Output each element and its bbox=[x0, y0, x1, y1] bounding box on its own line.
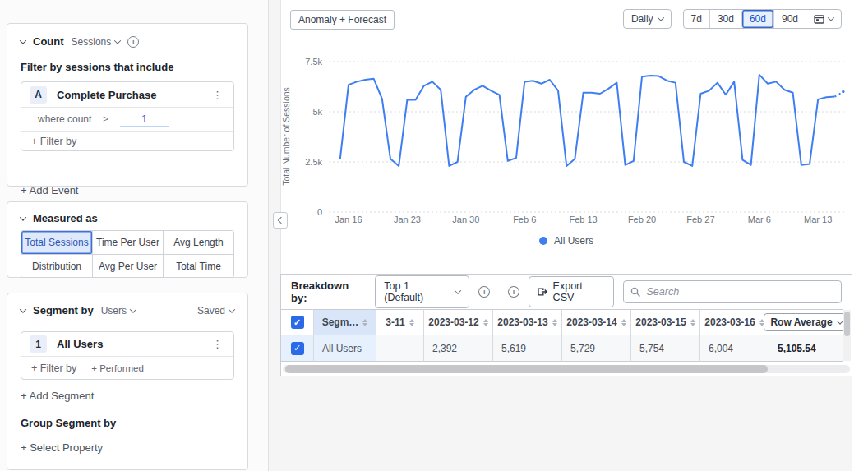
measured-as-option[interactable]: Distribution bbox=[21, 254, 92, 277]
measured-as-option[interactable]: Avg Per User bbox=[92, 254, 163, 277]
search-box bbox=[623, 280, 843, 303]
info-icon[interactable]: i bbox=[127, 36, 139, 48]
table-header-cell[interactable]: Segm… bbox=[314, 309, 376, 335]
breakdown-by-label: Breakdown by: bbox=[291, 279, 366, 304]
add-event-link[interactable]: + Add Event bbox=[21, 184, 78, 196]
measured-as-options: Total SessionsTime Per UserAvg LengthDis… bbox=[21, 230, 234, 278]
chevron-down-icon bbox=[130, 306, 136, 312]
event-condition-row: where count ≥ 1 bbox=[21, 108, 233, 132]
sort-icon[interactable] bbox=[621, 319, 626, 326]
kebab-menu-icon[interactable]: ⋮ bbox=[210, 89, 225, 101]
granularity-dropdown[interactable]: Daily bbox=[623, 9, 672, 29]
breakdown-toolbar: Breakdown by: Top 1 (Default) i i Export… bbox=[281, 275, 852, 309]
count-card: Count Sessions i Filter by sessions that… bbox=[7, 23, 248, 187]
breakdown-panel: Breakdown by: Top 1 (Default) i i Export… bbox=[280, 274, 852, 376]
collapse-measured-icon[interactable] bbox=[20, 214, 26, 220]
collapse-segment-icon[interactable] bbox=[20, 306, 26, 312]
info-icon[interactable]: i bbox=[508, 286, 519, 298]
main-area: Anomaly + Forecast Daily 7d30d60d90d 02.… bbox=[269, 0, 868, 471]
table-header-cell[interactable]: 2023-03-14 bbox=[562, 309, 631, 335]
breakdown-table: ✓Segm…3-112023-03-122023-03-132023-03-14… bbox=[281, 309, 843, 362]
range-60d-button[interactable]: 60d bbox=[741, 10, 773, 28]
users-dropdown[interactable]: Users bbox=[101, 305, 136, 316]
row-average-dropdown[interactable]: Row Average bbox=[764, 313, 848, 331]
sort-icon[interactable] bbox=[690, 319, 695, 326]
table-cell: 5,754 bbox=[631, 335, 700, 362]
left-sidebar: Count Sessions i Filter by sessions that… bbox=[0, 0, 269, 471]
y-tick-label: 0 bbox=[317, 207, 322, 217]
table-header-cell[interactable]: 2023-03-12 bbox=[424, 309, 493, 335]
measured-as-option[interactable]: Total Time bbox=[163, 254, 233, 277]
segment-badge: 1 bbox=[30, 335, 47, 353]
x-tick-label: Jan 23 bbox=[394, 215, 421, 224]
table-header-cell[interactable]: 2023-03-16 bbox=[700, 309, 769, 335]
background-fill bbox=[280, 376, 852, 471]
calendar-dropdown-button[interactable] bbox=[806, 10, 841, 28]
operator-label[interactable]: ≥ bbox=[103, 113, 108, 125]
range-7d-button[interactable]: 7d bbox=[684, 10, 709, 28]
chart-legend[interactable]: All Users bbox=[281, 235, 852, 247]
sort-icon[interactable] bbox=[409, 319, 414, 326]
measured-as-option[interactable]: Time Per User bbox=[92, 231, 163, 254]
segment-row[interactable]: 1 All Users ⋮ bbox=[21, 332, 233, 357]
collapse-panel-button[interactable] bbox=[273, 212, 288, 229]
measured-as-title: Measured as bbox=[33, 212, 98, 224]
vertical-scrollbar-thumb[interactable] bbox=[844, 312, 850, 336]
segment-by-card: Segment by Users Saved 1 All Users ⋮ + F… bbox=[7, 293, 248, 470]
info-icon[interactable]: i bbox=[478, 286, 490, 298]
calendar-icon bbox=[814, 14, 824, 24]
search-input[interactable] bbox=[623, 280, 843, 303]
event-row[interactable]: A Complete Purchase ⋮ bbox=[21, 82, 233, 108]
segment-name: All Users bbox=[57, 338, 200, 350]
export-csv-button[interactable]: Export CSV bbox=[529, 276, 614, 307]
chevron-down-icon bbox=[836, 317, 843, 324]
table-header-cell[interactable]: 3-11 bbox=[376, 309, 424, 335]
users-dropdown-label: Users bbox=[101, 305, 127, 316]
legend-dot-icon bbox=[539, 237, 547, 245]
measured-as-option[interactable]: Total Sessions bbox=[21, 231, 92, 254]
segment-filter-by-link[interactable]: + Filter by bbox=[31, 362, 76, 374]
breakdown-dropdown[interactable]: Top 1 (Default) bbox=[375, 275, 469, 308]
range-30d-button[interactable]: 30d bbox=[709, 10, 741, 28]
forecast-series-line[interactable] bbox=[835, 92, 843, 97]
x-tick-label: Jan 30 bbox=[452, 215, 479, 224]
sessions-dropdown[interactable]: Sessions bbox=[72, 36, 121, 48]
sort-icon[interactable] bbox=[483, 319, 488, 326]
select-property-link[interactable]: + Select Property bbox=[21, 441, 103, 454]
chevron-down-icon bbox=[828, 14, 834, 21]
sessions-line-chart[interactable]: 02.5k5k7.5kTotal Number of SessionsJan 1… bbox=[281, 41, 853, 235]
segment-name-cell[interactable]: All Users bbox=[314, 335, 376, 362]
sessions-series-line[interactable] bbox=[340, 75, 835, 166]
row-checkbox[interactable]: ✓ bbox=[291, 316, 304, 329]
add-segment-link[interactable]: + Add Segment bbox=[21, 390, 94, 402]
filter-sessions-label: Filter by sessions that include bbox=[7, 48, 247, 73]
anomaly-forecast-button[interactable]: Anomaly + Forecast bbox=[290, 10, 395, 30]
granularity-label: Daily bbox=[631, 13, 653, 25]
chevron-left-icon bbox=[278, 217, 284, 224]
segment-performed-link[interactable]: + Performed bbox=[91, 363, 144, 373]
table-header-cell[interactable]: 2023-03-15 bbox=[631, 309, 700, 335]
saved-dropdown[interactable]: Saved bbox=[197, 305, 234, 316]
event-badge: A bbox=[30, 86, 47, 104]
where-count-label: where count bbox=[38, 113, 91, 125]
event-name: Complete Purchase bbox=[57, 89, 200, 101]
count-title: Count bbox=[33, 35, 64, 48]
table-header-cell[interactable]: 2023-03-13 bbox=[493, 309, 562, 335]
breakdown-dropdown-value: Top 1 (Default) bbox=[384, 280, 450, 303]
range-90d-button[interactable]: 90d bbox=[773, 10, 806, 28]
horizontal-scrollbar-thumb[interactable] bbox=[285, 365, 768, 373]
sort-icon[interactable] bbox=[362, 319, 367, 326]
measured-as-option[interactable]: Avg Length bbox=[163, 231, 233, 254]
date-range-group: 7d30d60d90d bbox=[683, 9, 842, 29]
table-cell: 5,619 bbox=[493, 335, 562, 362]
collapse-count-icon[interactable] bbox=[20, 37, 26, 44]
kebab-menu-icon[interactable]: ⋮ bbox=[210, 338, 225, 350]
vertical-scrollbar bbox=[843, 310, 851, 361]
table-cell: 5,729 bbox=[562, 335, 631, 362]
event-filter-by-link[interactable]: + Filter by bbox=[31, 136, 76, 147]
chevron-down-icon bbox=[229, 306, 235, 312]
sort-icon[interactable] bbox=[552, 319, 557, 326]
count-value-input[interactable]: 1 bbox=[120, 113, 169, 127]
row-checkbox[interactable]: ✓ bbox=[291, 342, 304, 355]
x-tick-label: Feb 27 bbox=[686, 215, 714, 224]
